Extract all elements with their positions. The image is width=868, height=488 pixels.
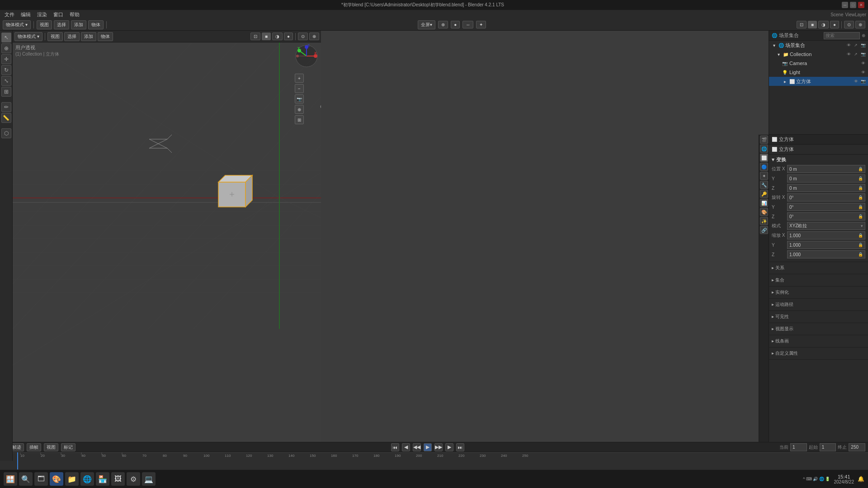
prev-frame-btn[interactable]: ◀	[402, 443, 410, 451]
rotation-y-field[interactable]: 0° 🔒	[787, 203, 865, 211]
menu-help[interactable]: 帮助	[67, 10, 82, 19]
next-frame-btn[interactable]: ▶	[445, 443, 453, 451]
outliner-search[interactable]	[824, 32, 860, 39]
rotation-z-field[interactable]: 0° 🔒	[787, 212, 865, 221]
start-frame-field[interactable]: 1	[820, 443, 836, 451]
transform-global[interactable]: 全屏▾	[418, 20, 435, 29]
prop-tab-output[interactable]: 🔗	[760, 226, 768, 234]
vis-render[interactable]: 📷	[860, 42, 866, 48]
prop-tab-constraints[interactable]: 🔑	[760, 190, 768, 198]
play-btn[interactable]: ▶	[424, 443, 432, 451]
viewport-display-toggle[interactable]: ▸ 视图显示	[772, 325, 865, 333]
start-button[interactable]: 🪟	[4, 472, 17, 486]
menu-file[interactable]: 文件	[2, 10, 17, 19]
object-menu[interactable]: 物体	[88, 20, 104, 29]
prop-tab-render[interactable]: ✨	[760, 217, 768, 225]
custom-props-toggle[interactable]: ▸ 自定义属性	[772, 349, 865, 357]
photos-button[interactable]: 🖼	[111, 472, 125, 486]
shading-wire[interactable]: ⊡	[250, 33, 260, 40]
rotation-x-field[interactable]: 0° 🔒	[787, 193, 865, 202]
zoom-in-btn[interactable]: +	[295, 74, 304, 83]
transform-expand[interactable]: ▾	[772, 157, 774, 163]
vp-object-btn[interactable]: 物体	[98, 32, 113, 41]
store-button[interactable]: 🏪	[96, 472, 109, 486]
rotation-mode-field[interactable]: XYZ欧拉 ▾	[787, 222, 865, 230]
viewport-shading-solid[interactable]: ■	[808, 21, 817, 28]
viewport-shading-material[interactable]: ◑	[818, 21, 829, 28]
col-vis-cursor[interactable]: ↗	[853, 51, 859, 57]
instancing-toggle[interactable]: ▸ 实例化	[772, 288, 865, 296]
motion-paths-toggle[interactable]: ▸ 运动路径	[772, 300, 865, 309]
outliner-camera[interactable]: 📷 Camera 👁	[769, 59, 868, 68]
measure-tool[interactable]: 📏	[1, 113, 11, 123]
local-view-btn[interactable]: ⊕	[295, 105, 304, 114]
extra-btn2[interactable]: ✦	[476, 21, 486, 28]
snap-btn[interactable]: ⊕	[438, 21, 448, 28]
scale-y-field[interactable]: 1.000 🔒	[787, 241, 865, 249]
outliner-filter[interactable]: ⊕	[862, 33, 865, 38]
timeline-marker-btn[interactable]: 标记	[61, 443, 75, 451]
mode-selector[interactable]: 物体模式 ▾	[3, 20, 31, 29]
outliner-light[interactable]: 💡 Light 👁	[769, 68, 868, 77]
vis-cursor[interactable]: ↗	[853, 42, 859, 48]
viewport-shading-render[interactable]: ●	[830, 21, 839, 28]
vp-mode-btn[interactable]: 物体模式 ▾	[14, 32, 42, 41]
shading-material[interactable]: ◑	[272, 33, 283, 40]
col-vis-eye[interactable]: 👁	[845, 51, 852, 57]
menu-render[interactable]: 渲染	[34, 10, 50, 19]
relations-toggle[interactable]: ▸ 关系	[772, 264, 865, 272]
play-forward-btn[interactable]: ▶▶	[434, 443, 443, 451]
jump-start-btn[interactable]: ⏮	[391, 443, 399, 451]
scale-tool[interactable]: ⤡	[1, 76, 11, 86]
view-menu[interactable]: 视图	[37, 20, 52, 29]
explorer-button[interactable]: 📁	[65, 472, 79, 486]
location-y-field[interactable]: 0 m 🔒	[787, 174, 865, 183]
add-obj-tool[interactable]: ⬡	[1, 128, 11, 138]
annotate-tool[interactable]: ✏	[1, 102, 11, 112]
prop-tab-modifier[interactable]: 🔵	[760, 163, 768, 171]
col-vis-render[interactable]: 📷	[860, 51, 866, 57]
close-button[interactable]: ✕	[858, 2, 864, 8]
lineart-toggle[interactable]: ▸ 线条画	[772, 337, 865, 345]
cursor-tool[interactable]: ⊕	[1, 43, 11, 53]
scale-z-field[interactable]: 1.000 🔒	[787, 250, 865, 258]
vscode-button[interactable]: 💻	[142, 472, 156, 486]
vp-select-btn[interactable]: 选择	[64, 32, 80, 41]
prop-tab-object[interactable]: ⬜	[760, 154, 768, 162]
select-tool[interactable]: ↖	[1, 33, 11, 42]
prop-tab-material[interactable]: 🎨	[760, 208, 768, 216]
collections-toggle[interactable]: ▸ 集合	[772, 276, 865, 284]
camera-view-btn[interactable]: 📷	[295, 94, 304, 103]
minimize-button[interactable]: ─	[842, 2, 848, 8]
shading-solid[interactable]: ■	[262, 33, 271, 40]
light-vis-eye[interactable]: 👁	[860, 69, 866, 75]
timeline-keyframe-btn[interactable]: 插帧	[27, 443, 41, 451]
play-reverse-btn[interactable]: ◀◀	[413, 443, 421, 451]
cube-vis-camera[interactable]: 📷	[860, 78, 866, 84]
search-button[interactable]: 🔍	[19, 472, 33, 486]
render-region-btn[interactable]: ⊞	[295, 115, 304, 124]
viewport-3d[interactable]: 物体模式 ▾ 视图 选择 添加 物体 ⊡ ■ ◑ ● ⊙ ⊕ 用户透视 (1) …	[13, 31, 321, 461]
current-frame-field[interactable]: 1	[790, 443, 807, 451]
end-frame-field[interactable]: 250	[849, 443, 865, 451]
prop-tab-physics[interactable]: 🔧	[760, 181, 768, 189]
maximize-button[interactable]: □	[850, 2, 856, 8]
gizmo-btn[interactable]: ⊕	[309, 33, 319, 40]
shading-render[interactable]: ●	[284, 33, 293, 40]
vis-eye[interactable]: 👁	[845, 42, 852, 48]
menu-edit[interactable]: 编辑	[18, 10, 33, 19]
zoom-out-btn[interactable]: −	[295, 84, 304, 93]
notification-btn[interactable]: 🔔	[858, 476, 864, 482]
move-tool[interactable]: ✛	[1, 54, 11, 64]
outliner-collection[interactable]: ▾ 📁 Collection 👁 ↗ 📷	[769, 50, 868, 59]
cube-vis-eye[interactable]: 👁	[853, 78, 859, 84]
blender-taskbar[interactable]: 🎨	[50, 472, 63, 486]
proportional-btn[interactable]: ●	[451, 21, 460, 28]
select-menu[interactable]: 选择	[54, 20, 69, 29]
vp-add-btn[interactable]: 添加	[81, 32, 96, 41]
overlay-btn[interactable]: ⊙	[298, 33, 308, 40]
prop-tab-world[interactable]: 🌐	[760, 145, 768, 153]
prop-tab-data[interactable]: 📊	[760, 199, 768, 207]
rotate-tool[interactable]: ↻	[1, 65, 11, 75]
visibility-toggle[interactable]: ▸ 可见性	[772, 313, 865, 321]
